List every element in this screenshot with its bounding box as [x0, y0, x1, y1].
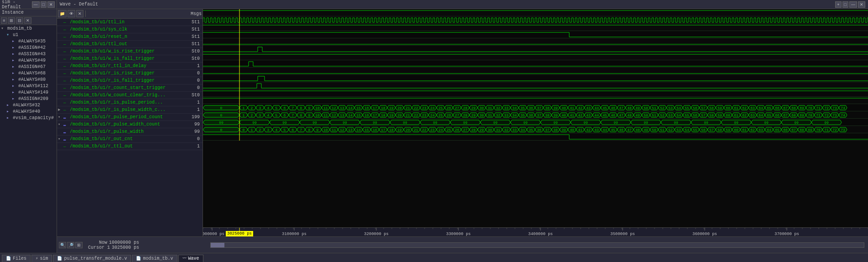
- signal-row-1[interactable]: ─ /modsim_tb/u1/sys_clk St1: [57, 26, 203, 33]
- svg-text:23: 23: [422, 113, 426, 117]
- bottom-scrollbar[interactable]: [208, 241, 866, 249]
- tab-files[interactable]: 📄Files: [2, 255, 31, 262]
- signal-row-13[interactable]: ▾ ▬ /modsim_tb/u1/r_pulse_period_count 1…: [57, 114, 203, 121]
- svg-text:37: 37: [537, 113, 541, 117]
- svg-text:49: 49: [635, 106, 640, 110]
- sim-close-btn[interactable]: ✕: [47, 1, 55, 8]
- left-toolbar-btn3[interactable]: ⊟: [16, 17, 23, 24]
- signal-expand-14[interactable]: ▾: [58, 122, 63, 127]
- tab-modsim-tb-v[interactable]: 📄modsim_tb.v: [132, 255, 177, 262]
- signal-expand-13[interactable]: ▾: [58, 115, 63, 120]
- signal-row-11[interactable]: ─ /modsim_tb/u1/r_is_pulse_period... 1: [57, 99, 203, 106]
- tree-item-modsim_tb[interactable]: ▾ modsim_tb: [0, 25, 57, 31]
- zoom-in-btn[interactable]: 🔍: [59, 242, 66, 248]
- signal-row-4[interactable]: ─ /modsim_tb/u1/w_is_rise_trigger St0: [57, 48, 203, 55]
- tree-item-always49[interactable]: ▸ #ALWAYS#49: [0, 57, 57, 63]
- tree-item-vsim[interactable]: ▸ #vsim_capacity#: [0, 115, 57, 121]
- tree-item-assign67[interactable]: ▸ #ASSIGN#67: [0, 63, 57, 70]
- svg-text:60: 60: [726, 106, 730, 110]
- signal-value-0: St1: [177, 20, 202, 25]
- signal-row-16[interactable]: ▾ ▬ /modsim_tb/u1/r_out_cnt 0: [57, 136, 203, 143]
- svg-text:43: 43: [586, 106, 591, 110]
- tree-item-always149[interactable]: ▸ #ALWAYS#149: [0, 89, 57, 95]
- left-toolbar-btn1[interactable]: ≡: [1, 17, 7, 24]
- left-toolbar-btn2[interactable]: ⊞: [8, 17, 15, 24]
- tree-icon-always49: ▸: [12, 58, 15, 63]
- signal-type-icon-13: ▬: [63, 115, 70, 120]
- tree-item-assign42[interactable]: ▸ #ASSIGN#42: [0, 44, 57, 51]
- tab-pulse-transfer-module-v[interactable]: 📄pulse_transfer_module.v: [53, 255, 131, 262]
- wave-close-btn[interactable]: ✕: [858, 1, 865, 8]
- signal-row-6[interactable]: ─ /modsim_tb/u1/r_ttl_in_delay 1: [57, 63, 203, 70]
- tree-item-always112[interactable]: ▸ #ALWAYS#112: [0, 83, 57, 89]
- svg-text:34: 34: [520, 128, 525, 132]
- wave-canvas-area[interactable]: 0123456789101112131415161718192021222324…: [203, 9, 868, 227]
- sim-max-btn[interactable]: □: [41, 1, 47, 8]
- svg-text:63: 63: [750, 106, 755, 110]
- tree-item-always32[interactable]: ▸ #ALWAYS#32: [0, 102, 57, 108]
- cursor-label: Cursor 1: [88, 245, 110, 250]
- signal-row-15[interactable]: ▬ /modsim_tb/u1/r_pulse_width 99: [57, 128, 203, 136]
- tab-sim[interactable]: ⚡sim: [31, 255, 52, 262]
- sig-toolbar-add[interactable]: 📁: [58, 10, 67, 17]
- sig-toolbar-del[interactable]: ✕: [76, 10, 83, 17]
- svg-text:12: 12: [340, 128, 344, 132]
- signal-name-2: /modsim_tb/u1/reset_n: [70, 34, 177, 39]
- tree-item-always68[interactable]: ▸ #ALWAYS#68: [0, 70, 57, 76]
- zoom-out-btn[interactable]: 🔎: [67, 242, 74, 248]
- svg-text:62: 62: [742, 106, 747, 110]
- svg-text:44: 44: [603, 128, 607, 132]
- now-value: 10000000 ps: [109, 240, 139, 245]
- fit-btn[interactable]: ⊞: [75, 242, 83, 248]
- wave-restore-btn[interactable]: □: [842, 1, 848, 8]
- tab-wave[interactable]: 〰Wave: [178, 255, 203, 262]
- signal-name-14: /modsim_tb/u1/r_pulse_width_count: [70, 122, 177, 127]
- svg-text:0: 0: [220, 128, 223, 132]
- sim-min-btn[interactable]: —: [32, 1, 40, 8]
- signal-row-9[interactable]: ─ /modsim_tb/u1/r_count_start_trigger 0: [57, 84, 203, 92]
- tree-item-u1[interactable]: ▾ u1: [0, 31, 57, 38]
- signal-row-10[interactable]: ─ /modsim_tb/u1/w_count_clear_trig... St…: [57, 92, 203, 99]
- wave-expand-btn[interactable]: +: [835, 1, 841, 8]
- svg-text:66: 66: [775, 106, 780, 110]
- svg-text:72: 72: [824, 113, 829, 117]
- svg-text:56: 56: [693, 106, 697, 110]
- svg-text:61: 61: [742, 128, 747, 132]
- signal-row-5[interactable]: ─ /modsim_tb/u1/w_is_fall_trigger St0: [57, 55, 203, 63]
- sig-toolbar-eye[interactable]: 👁: [68, 10, 75, 17]
- wave-row-9: [203, 75, 868, 82]
- svg-text:59: 59: [726, 128, 730, 132]
- signal-row-3[interactable]: ─ /modsim_tb/u1/ttl_out St1: [57, 41, 203, 48]
- tree-icon-always149: ▸: [12, 90, 15, 95]
- svg-text:9: 9: [308, 113, 311, 117]
- svg-text:61: 61: [734, 106, 738, 110]
- now-label: Now: [99, 240, 107, 245]
- svg-text:51: 51: [660, 128, 665, 132]
- svg-text:30: 30: [488, 128, 492, 132]
- signal-row-2[interactable]: ─ /modsim_tb/u1/reset_n St1: [57, 33, 203, 41]
- signal-row-0[interactable]: ─ /modsim_tb/u1/ttl_in St1: [57, 19, 203, 26]
- tree-label-modsim_tb: modsim_tb: [7, 26, 32, 31]
- bottom-left: 🔍 🔎 ⊞ Now 10000000 ps Cursor 1 3025000 p…: [59, 240, 205, 250]
- signal-name-15: /modsim_tb/u1/r_pulse_width: [70, 129, 177, 134]
- left-toolbar-btn4[interactable]: ✕: [24, 17, 31, 24]
- tree-item-assign209[interactable]: ▸ #ASSIGN#209: [0, 95, 57, 102]
- tree-item-always80[interactable]: ▸ #ALWAYS#80: [0, 76, 57, 83]
- tree-item-always40[interactable]: ▸ #ALWAYS#40: [0, 108, 57, 115]
- svg-text:73: 73: [832, 113, 837, 117]
- tree-item-assign43[interactable]: ▸ #ASSIGN#43: [0, 51, 57, 57]
- wave-min-btn[interactable]: —: [849, 1, 857, 8]
- signal-row-12[interactable]: ► ─ /modsim_tb/u1/r_is_pulse_width_c... …: [57, 106, 203, 114]
- svg-text:64: 64: [759, 113, 763, 117]
- svg-text:60: 60: [734, 128, 738, 132]
- signal-row-8[interactable]: ─ /modsim_tb/u1/r_is_fall_trigger 0: [57, 77, 203, 84]
- tree-label-always35: #ALWAYS#35: [18, 39, 46, 44]
- signal-row-14[interactable]: ▾ ▬ /modsim_tb/u1/r_pulse_width_count 99: [57, 121, 203, 128]
- signal-row-17[interactable]: ─ /modsim_tb/u1/r_ttl_out 1: [57, 143, 203, 150]
- svg-text:10: 10: [323, 128, 328, 132]
- tree-item-always35[interactable]: ▸ #ALWAYS#35: [0, 38, 57, 44]
- signal-expand-16[interactable]: ▾: [58, 136, 63, 141]
- svg-text:5: 5: [275, 106, 278, 110]
- signal-row-7[interactable]: ─ /modsim_tb/u1/r_is_rise_trigger 0: [57, 70, 203, 77]
- signal-expand-12[interactable]: ►: [58, 108, 63, 112]
